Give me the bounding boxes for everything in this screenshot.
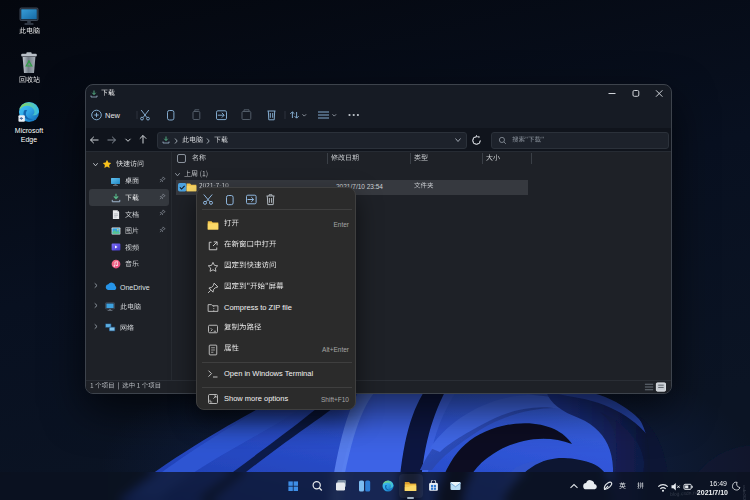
svg-text:New: New: [105, 111, 121, 120]
